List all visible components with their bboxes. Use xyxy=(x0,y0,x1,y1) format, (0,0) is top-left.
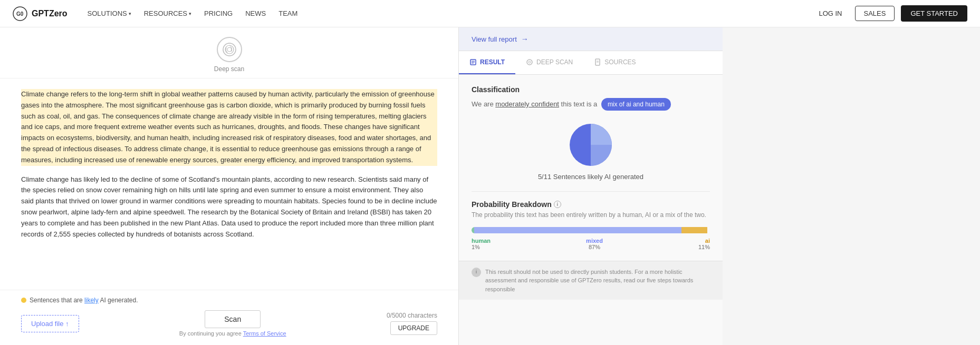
probability-desc: The probability this text has been entir… xyxy=(472,211,710,220)
char-count: 0/5000 characters xyxy=(387,312,437,319)
nav-pricing[interactable]: PRICING xyxy=(199,6,238,21)
mixed-pct: 87% xyxy=(589,244,600,250)
confidence-link[interactable]: moderately confident xyxy=(495,100,559,108)
yellow-dot-icon xyxy=(21,298,26,303)
terms-link[interactable]: Terms of Service xyxy=(243,330,286,337)
bar-mixed xyxy=(474,227,681,233)
info-icon: i xyxy=(554,201,561,208)
result-content: Classification We are moderately confide… xyxy=(459,75,723,261)
footer-area: Sentences that are likely AI generated. … xyxy=(0,290,458,345)
deep-scan-tab-icon xyxy=(526,58,533,66)
svg-point-9 xyxy=(527,60,532,65)
logo[interactable]: G0 GPTZero xyxy=(13,6,68,21)
svg-point-3 xyxy=(225,45,234,54)
probability-section: Probability Breakdown i The probability … xyxy=(472,200,710,250)
scan-agree-text: By continuing you agree Terms of Service xyxy=(179,330,286,337)
fingerprint-icon xyxy=(217,37,242,62)
nav-news[interactable]: NEWS xyxy=(240,6,271,21)
human-pct: 1% xyxy=(472,244,491,250)
logo-text: GPTZero xyxy=(32,9,68,18)
sentences-info: Sentences that are likely AI generated. xyxy=(21,297,437,304)
classification-badge: mix of ai and human xyxy=(601,98,671,111)
scan-button[interactable]: Scan xyxy=(205,310,261,328)
chevron-down-icon: ▾ xyxy=(189,11,191,16)
nav-right: LOG IN SALES GET STARTED xyxy=(812,5,967,22)
nav-links: SOLUTIONS ▾ RESOURCES ▾ PRICING NEWS TEA… xyxy=(82,6,303,21)
navbar: G0 GPTZero SOLUTIONS ▾ RESOURCES ▾ PRICI… xyxy=(0,0,980,27)
pie-chart xyxy=(567,121,614,169)
main-layout: Deep scan Climate change refers to the l… xyxy=(0,27,980,345)
bar-ai xyxy=(681,227,708,233)
paragraph-1: Climate change refers to the long-term s… xyxy=(21,89,437,166)
right-panel: View full report → RESULT DEEP SCAN xyxy=(459,27,723,345)
log-in-button[interactable]: LOG IN xyxy=(812,6,848,21)
nav-solutions[interactable]: SOLUTIONS ▾ xyxy=(82,6,137,21)
bottom-note: i This result should not be used to dire… xyxy=(459,261,723,300)
classification-section: Classification We are moderately confide… xyxy=(472,85,710,111)
text-content[interactable]: Climate change refers to the long-term s… xyxy=(0,78,458,290)
classification-desc: We are moderately confident this text is… xyxy=(472,98,710,111)
tab-result[interactable]: RESULT xyxy=(459,51,515,74)
probability-labels: human 1% mixed 87% ai 11% xyxy=(472,238,710,250)
bottom-controls: Upload file ↑ Scan By continuing you agr… xyxy=(21,310,437,337)
nav-resources[interactable]: RESOURCES ▾ xyxy=(139,6,197,21)
note-icon: i xyxy=(472,268,481,277)
label-mixed: mixed 87% xyxy=(586,238,603,250)
nav-team[interactable]: TEAM xyxy=(273,6,303,21)
scan-area: Scan By continuing you agree Terms of Se… xyxy=(179,310,286,337)
sales-button[interactable]: SALES xyxy=(855,6,895,21)
deep-scan-label: Deep scan xyxy=(214,65,244,73)
sources-tab-icon xyxy=(594,58,601,66)
upgrade-button[interactable]: UPGRADE xyxy=(390,321,437,335)
label-human: human 1% xyxy=(472,238,491,250)
chevron-down-icon: ▾ xyxy=(129,11,131,16)
ai-pct: 11% xyxy=(698,244,710,250)
paragraph-2: Climate change has likely led to the dec… xyxy=(21,174,437,240)
upload-file-button[interactable]: Upload file ↑ xyxy=(21,315,79,332)
sentences-stat: 5/11 Sentences likely AI generated xyxy=(472,173,710,181)
likely-ai-link[interactable]: likely xyxy=(84,297,99,304)
probability-bar xyxy=(472,227,710,233)
svg-text:G0: G0 xyxy=(16,11,24,17)
classification-title: Classification xyxy=(472,85,710,94)
view-full-report-link[interactable]: View full report → xyxy=(459,27,723,51)
tab-sources[interactable]: SOURCES xyxy=(583,51,646,74)
get-started-button[interactable]: GET STARTED xyxy=(901,5,967,22)
tab-deep-scan[interactable]: DEEP SCAN xyxy=(515,51,583,74)
svg-point-10 xyxy=(529,61,531,63)
deep-scan-header: Deep scan xyxy=(0,27,458,78)
result-tabs: RESULT DEEP SCAN SOURCES xyxy=(459,51,723,75)
chart-container xyxy=(472,121,710,169)
nav-left: G0 GPTZero SOLUTIONS ▾ RESOURCES ▾ PRICI… xyxy=(13,6,303,21)
result-tab-icon xyxy=(469,58,477,66)
gptzero-logo-icon: G0 xyxy=(13,6,27,21)
probability-title: Probability Breakdown i xyxy=(472,200,710,209)
arrow-right-icon: → xyxy=(521,35,529,43)
svg-point-4 xyxy=(227,47,232,52)
sentences-label: Sentences that are likely AI generated. xyxy=(30,297,138,304)
char-counter-area: 0/5000 characters UPGRADE xyxy=(387,312,437,335)
left-panel: Deep scan Climate change refers to the l… xyxy=(0,27,459,345)
divider xyxy=(472,191,710,192)
label-ai: ai 11% xyxy=(698,238,710,250)
